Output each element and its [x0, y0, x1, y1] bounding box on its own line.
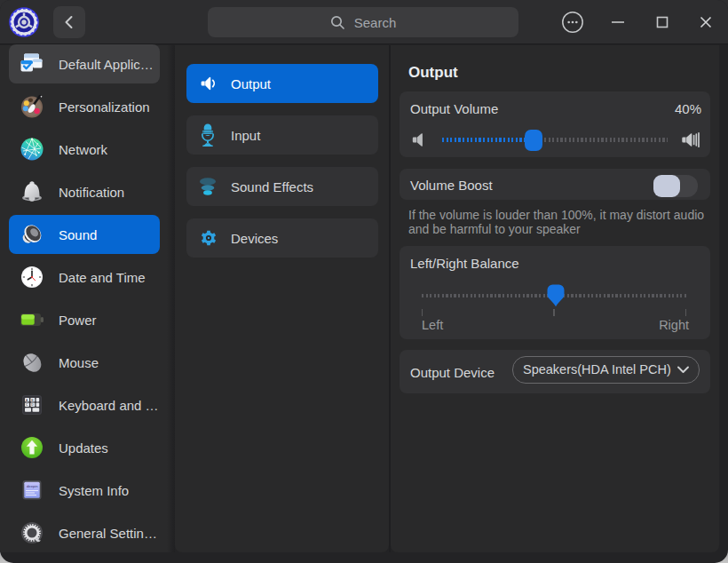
svg-text:deepin: deepin: [27, 484, 38, 488]
